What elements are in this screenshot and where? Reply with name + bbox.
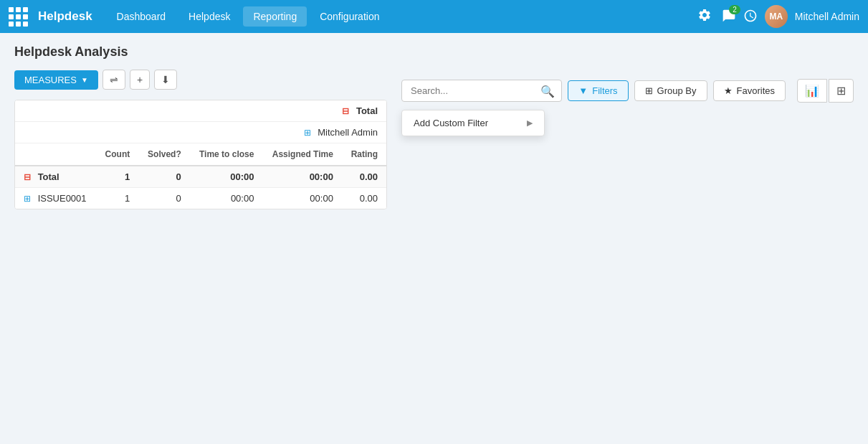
- col-header-rating: Rating: [342, 143, 386, 166]
- table-row-total: ⊟ Total 1 0 00:00 00:00 0.00: [15, 166, 386, 188]
- favorites-icon: ★: [724, 85, 733, 96]
- total-time-to-close: 00:00: [190, 166, 263, 188]
- group-by-button[interactable]: ⊞ Group By: [634, 80, 707, 101]
- messages-badge: 2: [729, 5, 740, 14]
- user-name[interactable]: Mitchell Admin: [795, 11, 859, 22]
- page-title: Helpdesk Analysis: [14, 44, 387, 60]
- total-row-label: ⊟ Total: [15, 166, 96, 188]
- main-navigation: Dashboard Helpdesk Reporting Configurati…: [107, 6, 695, 27]
- nav-dashboard[interactable]: Dashboard: [107, 6, 176, 27]
- total-assigned-time: 00:00: [262, 166, 341, 188]
- filters-button[interactable]: ▼ Filters: [568, 80, 628, 101]
- nav-helpdesk[interactable]: Helpdesk: [178, 6, 240, 27]
- view-toggle: 📊 ⊞: [797, 79, 854, 103]
- issue-assigned-time: 00:00: [262, 188, 341, 209]
- adjust-button[interactable]: ⇌: [102, 70, 125, 90]
- add-button[interactable]: +: [130, 70, 150, 90]
- favorites-button[interactable]: ★ Favorites: [713, 80, 786, 101]
- table-subsection-mitchell: ⊞ Mitchell Admin: [15, 122, 386, 143]
- nav-right-section: 2 MA Mitchell Admin: [695, 5, 859, 29]
- toolbar: MEASURES ▼ ⇌ + ⬇: [14, 70, 387, 90]
- total-collapse-icon[interactable]: ⊟: [342, 106, 349, 116]
- measures-dropdown-arrow: ▼: [81, 76, 88, 84]
- column-headers: Count Solved? Time to close Assigned Tim…: [15, 143, 386, 166]
- messages-icon[interactable]: 2: [722, 9, 736, 25]
- search-input[interactable]: [401, 80, 562, 102]
- settings-icon[interactable]: [695, 5, 715, 29]
- issue-rating: 0.00: [342, 188, 386, 209]
- col-header-time-to-close: Time to close: [190, 143, 263, 166]
- add-custom-filter-item[interactable]: Add Custom Filter ▶: [402, 110, 544, 136]
- search-container: 🔍: [401, 80, 562, 102]
- issue-row-label: ⊞ ISSUE0001: [15, 188, 96, 209]
- custom-filter-chevron: ▶: [527, 118, 533, 128]
- issue-count: 1: [96, 188, 138, 209]
- group-by-icon: ⊞: [645, 85, 653, 96]
- custom-filter-dropdown: Add Custom Filter ▶: [401, 110, 545, 136]
- issue-time-to-close: 00:00: [190, 188, 263, 209]
- nav-configuration[interactable]: Configuration: [310, 6, 389, 27]
- mitchell-expand-icon[interactable]: ⊞: [304, 128, 311, 138]
- total-row-collapse-icon[interactable]: ⊟: [24, 172, 31, 182]
- activities-icon[interactable]: [743, 9, 758, 25]
- brand-name[interactable]: Helpdesk: [38, 9, 92, 24]
- table-row-issue0001: ⊞ ISSUE0001 1 0 00:00 00:00 0.00: [15, 188, 386, 209]
- search-icon: 🔍: [540, 84, 555, 98]
- avatar[interactable]: MA: [765, 5, 788, 28]
- col-header-empty: [15, 143, 96, 166]
- col-header-solved: Solved?: [138, 143, 190, 166]
- chart-view-button[interactable]: 📊: [797, 79, 827, 103]
- top-navigation: Helpdesk Dashboard Helpdesk Reporting Co…: [0, 0, 868, 33]
- mitchell-label: Mitchell Admin: [318, 127, 378, 138]
- main-content: Helpdesk Analysis MEASURES ▼ ⇌ + ⬇: [0, 33, 868, 221]
- issue-solved: 0: [138, 188, 190, 209]
- download-button[interactable]: ⬇: [154, 70, 177, 90]
- pivot-table: ⊟ Total ⊞ Mitchell Admin C: [15, 100, 386, 209]
- table-section-header-total: ⊟ Total: [15, 100, 386, 122]
- measures-button[interactable]: MEASURES ▼: [14, 70, 98, 90]
- total-section-label: Total: [356, 105, 378, 116]
- col-header-assigned-time: Assigned Time: [262, 143, 341, 166]
- filter-icon: ▼: [578, 85, 588, 96]
- app-grid-icon[interactable]: [9, 7, 28, 27]
- total-solved: 0: [138, 166, 190, 188]
- total-count: 1: [96, 166, 138, 188]
- pivot-table-container: ⊟ Total ⊞ Mitchell Admin C: [14, 100, 387, 209]
- total-rating: 0.00: [342, 166, 386, 188]
- issue-expand-icon[interactable]: ⊞: [24, 194, 31, 204]
- col-header-count: Count: [96, 143, 138, 166]
- nav-reporting[interactable]: Reporting: [243, 6, 307, 27]
- table-view-button[interactable]: ⊞: [829, 79, 854, 103]
